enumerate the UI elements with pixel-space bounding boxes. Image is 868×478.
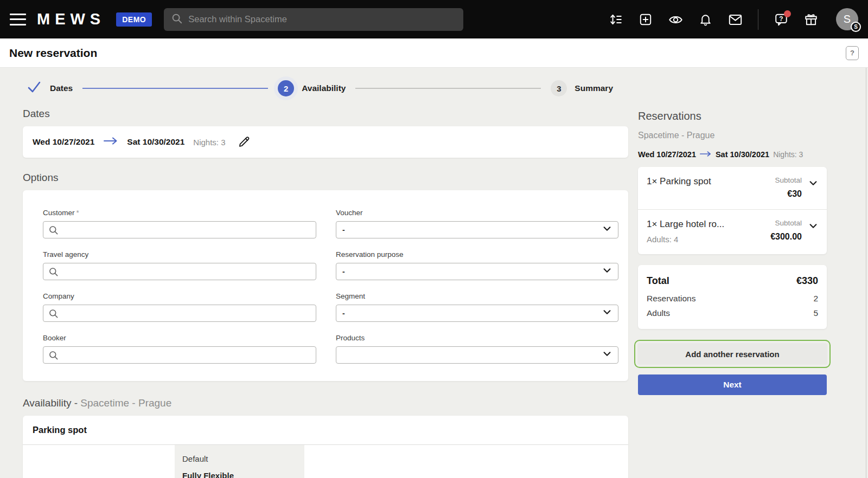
end-date: Sat 10/30/2021 [127, 137, 184, 147]
nights-label: Nights: 3 [193, 138, 225, 147]
totals-reservations-label: Reservations [647, 294, 695, 303]
next-button[interactable]: Next [638, 374, 827, 395]
totals-card: Total €330 Reservations 2 Adults 5 [638, 265, 827, 329]
required-asterisk: * [76, 209, 79, 217]
company-input[interactable] [63, 309, 311, 318]
focus-ring: Add another reservation [634, 340, 831, 368]
rate-name[interactable]: Fully Flexible [182, 471, 297, 478]
start-date: Wed 10/27/2021 [33, 137, 94, 147]
subtotal-label: Subtotal [770, 219, 802, 227]
travel-agency-field: Travel agency [43, 250, 316, 280]
products-label: Products [336, 334, 618, 342]
availability-spacer [23, 445, 175, 478]
total-value: €330 [796, 275, 818, 287]
page-help-button[interactable]: ? [846, 46, 859, 60]
avatar-initial: S [844, 13, 851, 25]
reservation-purpose-select[interactable]: - [336, 263, 618, 280]
totals-adults-value: 5 [813, 308, 818, 318]
global-search-input[interactable] [188, 14, 456, 24]
segment-value: - [342, 309, 345, 318]
brand-logo: MEWS [37, 10, 105, 28]
mail-icon[interactable] [728, 12, 742, 27]
sidebar-nights: Nights: 3 [773, 150, 803, 159]
company-field: Company [43, 292, 316, 322]
step-complete-check-icon [26, 80, 42, 96]
rate-group-cell: Default Fully Flexible [175, 445, 304, 478]
expand-item-icon[interactable] [806, 176, 818, 199]
reservation-items-card: 1× Parking spot Subtotal €30 1× Large ho… [638, 167, 827, 254]
sidebar-start-date: Wed 10/27/2021 [638, 150, 696, 159]
reservation-item-subtitle: Adults: 4 [647, 235, 766, 244]
chevron-down-icon [602, 224, 612, 236]
edit-dates-icon[interactable] [238, 135, 251, 148]
step-availability[interactable]: Availability [302, 83, 346, 93]
sidebar-end-date: Sat 10/30/2021 [716, 150, 769, 159]
search-icon [48, 225, 59, 235]
page-title-bar: New reservation ? [0, 38, 868, 68]
step-summary[interactable]: Summary [575, 83, 613, 93]
subtotal-label: Subtotal [775, 176, 802, 184]
booker-label: Booker [43, 334, 316, 342]
menu-icon[interactable] [10, 14, 26, 25]
search-icon [48, 267, 59, 277]
chevron-down-icon [602, 307, 612, 319]
scrollbar-edge [866, 68, 866, 478]
travel-agency-input[interactable] [63, 267, 311, 276]
availability-heading-prefix: Availability - [23, 397, 80, 409]
customer-input[interactable] [63, 225, 311, 234]
sidebar-heading: Reservations [638, 110, 827, 122]
customer-input-wrap[interactable] [43, 221, 316, 238]
page-title: New reservation [9, 47, 97, 60]
expand-item-icon[interactable] [806, 219, 818, 244]
reservations-sidebar: Reservations Spacetime - Prague Wed 10/2… [638, 68, 827, 478]
voucher-field: Voucher - [336, 209, 618, 238]
top-app-bar: MEWS DEMO ? S S [0, 0, 868, 38]
voucher-select[interactable]: - [336, 221, 618, 238]
total-label: Total [647, 275, 669, 287]
svg-text:?: ? [779, 15, 783, 22]
products-select[interactable] [336, 346, 618, 364]
booker-input[interactable] [63, 351, 311, 359]
totals-adults-label: Adults [647, 308, 670, 318]
add-icon[interactable] [639, 12, 653, 27]
reservation-purpose-field: Reservation purpose - [336, 250, 618, 280]
avatar[interactable]: S S [836, 8, 858, 30]
reservation-purpose-value: - [342, 267, 345, 276]
booker-input-wrap[interactable] [43, 346, 316, 364]
arrow-right-icon [700, 150, 712, 159]
header-divider [758, 9, 758, 30]
eye-icon[interactable] [668, 12, 682, 27]
add-another-reservation-button[interactable]: Add another reservation [637, 343, 827, 365]
step-availability-number: 2 [278, 80, 294, 96]
bell-icon[interactable] [698, 12, 712, 27]
help-chat-icon[interactable]: ? [774, 12, 788, 27]
voucher-value: - [342, 225, 345, 234]
reservation-purpose-label: Reservation purpose [336, 250, 618, 259]
line-spacing-icon[interactable] [609, 12, 623, 27]
travel-agency-label: Travel agency [43, 250, 316, 259]
chevron-down-icon [602, 266, 612, 277]
gift-icon[interactable] [804, 12, 818, 27]
reservation-item-title: 1× Large hotel ro... [647, 219, 766, 230]
dates-card: Wed 10/27/2021 Sat 10/30/2021 Nights: 3 [23, 126, 628, 158]
search-icon [171, 12, 183, 27]
options-card: Customer* Voucher - Travel agency [23, 190, 628, 381]
customer-label: Customer [43, 209, 75, 217]
availability-card: Parking spot Default Fully Flexible [23, 416, 628, 478]
rate-group-name: Default [182, 454, 297, 463]
reservation-item: 1× Large hotel ro... Adults: 4 Subtotal … [638, 209, 827, 254]
arrow-right-icon [103, 137, 118, 147]
segment-label: Segment [336, 292, 618, 300]
wizard-stepper: Dates 2 Availability 3 Summary [23, 68, 628, 107]
travel-agency-input-wrap[interactable] [43, 263, 316, 280]
availability-section-heading: Availability - Spacetime - Prague [23, 397, 628, 409]
booker-field: Booker [43, 334, 316, 364]
step-summary-number: 3 [551, 80, 567, 96]
search-icon [48, 308, 59, 319]
category-name: Parking spot [23, 416, 628, 445]
avatar-status-badge: S [851, 22, 861, 32]
step-dates[interactable]: Dates [50, 83, 73, 93]
company-input-wrap[interactable] [43, 305, 316, 322]
global-search[interactable] [164, 8, 463, 31]
segment-select[interactable]: - [336, 305, 618, 322]
